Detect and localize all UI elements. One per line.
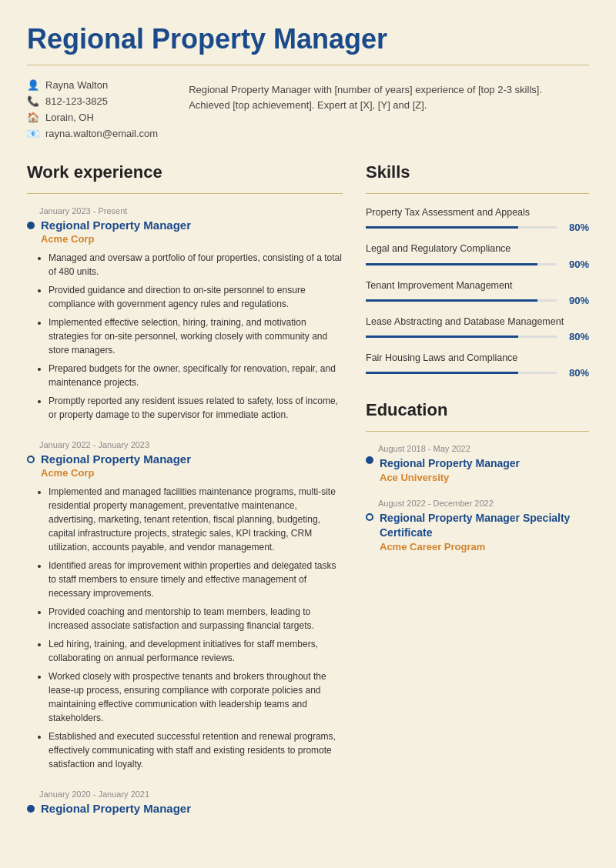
- skill-1-pct: 80%: [563, 222, 589, 233]
- right-column: Skills Property Tax Assessment and Appea…: [366, 162, 589, 833]
- job-1-bullet: [27, 222, 35, 229]
- job-3-date: January 2020 - January 2021: [39, 790, 343, 799]
- skill-3-pct: 90%: [563, 295, 589, 306]
- contact-phone: 812-123-3825: [45, 95, 108, 107]
- list-item: Promptly reported any resident issues re…: [49, 394, 343, 422]
- edu-2-title-row: Regional Property Manager Specialty Cert…: [366, 511, 589, 539]
- list-item: Provided guidance and direction to on-si…: [49, 283, 343, 311]
- skills-section: Skills Property Tax Assessment and Appea…: [366, 162, 589, 379]
- email-icon: 📧: [27, 128, 39, 139]
- contact-location-item: 🏠 Lorain, OH: [27, 112, 158, 123]
- job-entry-1: January 2023 - Present Regional Property…: [27, 206, 343, 422]
- education-section: Education August 2018 - May 2022 Regiona…: [366, 400, 589, 553]
- job-1-company: Acme Corp: [41, 233, 343, 245]
- list-item: Prepared budgets for the owner, specific…: [49, 362, 343, 389]
- job-1-title: Regional Property Manager: [41, 219, 191, 232]
- title-divider: [27, 65, 589, 65]
- edu-1-institution: Ace University: [380, 472, 589, 483]
- contact-summary-section: 👤 Rayna Walton 📞 812-123-3825 🏠 Lorain, …: [27, 79, 589, 139]
- skill-4-pct: 80%: [563, 331, 589, 342]
- skill-3-name: Tenant Improvement Management: [366, 279, 589, 292]
- list-item: Identified areas for improvement within …: [49, 559, 343, 600]
- list-item: Provided coaching and mentorship to team…: [49, 605, 343, 633]
- contact-phone-item: 📞 812-123-3825: [27, 95, 158, 107]
- job-3-title: Regional Property Manager: [41, 802, 191, 815]
- skill-5-bar-row: 80%: [366, 367, 589, 379]
- job-entry-3: January 2020 - January 2021 Regional Pro…: [27, 790, 343, 815]
- education-divider: [366, 431, 589, 432]
- work-experience-title: Work experience: [27, 162, 343, 182]
- skill-1-bar-row: 80%: [366, 222, 589, 233]
- edu-1-title-row: Regional Property Manager: [366, 456, 589, 470]
- skill-4-bar-row: 80%: [366, 331, 589, 342]
- job-3-bullet: [27, 805, 35, 813]
- contact-list: 👤 Rayna Walton 📞 812-123-3825 🏠 Lorain, …: [27, 79, 158, 139]
- edu-2-institution: Acme Career Program: [380, 541, 589, 553]
- job-1-date: January 2023 - Present: [39, 206, 343, 215]
- skill-3-bar-fill: [366, 299, 537, 302]
- job-2-bullets: Implemented and managed facilities maint…: [49, 485, 343, 771]
- edu-1-date: August 2018 - May 2022: [378, 444, 589, 453]
- skill-4-bar-fill: [366, 336, 518, 338]
- edu-entry-1: August 2018 - May 2022 Regional Property…: [366, 444, 589, 483]
- list-item: Established and executed successful rete…: [49, 729, 343, 771]
- skill-item-3: Tenant Improvement Management 90%: [366, 279, 589, 306]
- job-2-bullet: [27, 456, 35, 463]
- skill-2-bar-bg: [366, 263, 557, 265]
- contact-name: Rayna Walton: [45, 79, 108, 91]
- edu-2-bullet: [366, 513, 373, 521]
- list-item: Implemented and managed facilities maint…: [49, 485, 343, 554]
- list-item: Implemented effective selection, hiring,…: [49, 315, 343, 357]
- skill-3-bar-row: 90%: [366, 295, 589, 306]
- list-item: Led hiring, training, and development in…: [49, 637, 343, 665]
- skill-5-name: Fair Housing Laws and Compliance: [366, 352, 589, 364]
- skill-1-bar-fill: [366, 226, 518, 229]
- job-2-title: Regional Property Manager: [41, 452, 191, 466]
- job-2-title-row: Regional Property Manager: [27, 452, 343, 466]
- skill-item-5: Fair Housing Laws and Compliance 80%: [366, 352, 589, 379]
- skill-5-pct: 80%: [563, 367, 589, 379]
- skill-4-bar-bg: [366, 336, 557, 338]
- location-icon: 🏠: [27, 112, 39, 123]
- list-item: Worked closely with prospective tenants …: [49, 669, 343, 725]
- edu-2-date: August 2022 - December 2022: [378, 499, 589, 508]
- edu-1-title: Regional Property Manager: [380, 456, 520, 470]
- skill-2-pct: 90%: [563, 259, 589, 270]
- skill-3-bar-bg: [366, 299, 557, 302]
- skills-title: Skills: [366, 162, 589, 182]
- edu-2-title: Regional Property Manager Specialty Cert…: [380, 511, 589, 539]
- education-title: Education: [366, 400, 589, 420]
- skill-2-bar-row: 90%: [366, 259, 589, 270]
- page-title: Regional Property Manager: [27, 23, 589, 55]
- job-2-company: Acme Corp: [41, 467, 343, 479]
- job-1-title-row: Regional Property Manager: [27, 219, 343, 232]
- work-experience-divider: [27, 193, 343, 194]
- summary-text: Regional Property Manager with [number o…: [189, 79, 558, 139]
- contact-name-item: 👤 Rayna Walton: [27, 79, 158, 91]
- skill-1-name: Property Tax Assessment and Appeals: [366, 206, 589, 219]
- skills-divider: [366, 193, 589, 194]
- skill-item-1: Property Tax Assessment and Appeals 80%: [366, 206, 589, 233]
- edu-1-bullet: [366, 456, 373, 464]
- contact-location: Lorain, OH: [45, 112, 94, 123]
- skill-4-name: Lease Abstracting and Database Managemen…: [366, 315, 589, 328]
- skill-2-name: Legal and Regulatory Compliance: [366, 242, 589, 255]
- skill-5-bar-fill: [366, 372, 518, 374]
- edu-entry-2: August 2022 - December 2022 Regional Pro…: [366, 499, 589, 552]
- skill-1-bar-bg: [366, 226, 557, 229]
- contact-email: rayna.walton@email.com: [45, 128, 158, 139]
- contact-email-item: 📧 rayna.walton@email.com: [27, 128, 158, 139]
- skill-item-2: Legal and Regulatory Compliance 90%: [366, 242, 589, 269]
- job-1-bullets: Managed and oversaw a portfolio of four …: [49, 251, 343, 422]
- phone-icon: 📞: [27, 95, 39, 107]
- skill-5-bar-bg: [366, 372, 557, 374]
- skill-item-4: Lease Abstracting and Database Managemen…: [366, 315, 589, 342]
- job-3-title-row: Regional Property Manager: [27, 802, 343, 815]
- main-content: Work experience January 2023 - Present R…: [27, 162, 589, 833]
- skill-2-bar-fill: [366, 263, 537, 265]
- person-icon: 👤: [27, 79, 39, 91]
- left-column: Work experience January 2023 - Present R…: [27, 162, 343, 833]
- list-item: Managed and oversaw a portfolio of four …: [49, 251, 343, 279]
- job-entry-2: January 2022 - January 2023 Regional Pro…: [27, 440, 343, 771]
- job-2-date: January 2022 - January 2023: [39, 440, 343, 449]
